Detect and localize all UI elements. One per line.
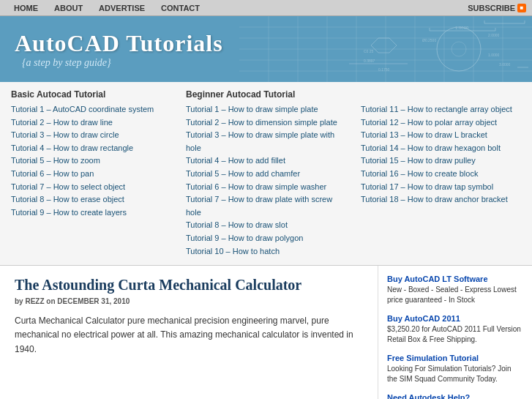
basic-tutorial-column: Basic Autocad Tutorial Tutorial 1 – Auto… — [11, 89, 171, 258]
beginner-link-6[interactable]: Tutorial 6 – How to draw simple washer — [186, 181, 346, 194]
navigation-bar: HOME ABOUT ADVERTISE CONTACT SUBSCRIBE ■ — [0, 0, 532, 16]
tutorials-section: Basic Autocad Tutorial Tutorial 1 – Auto… — [0, 82, 532, 266]
nav-item-contact[interactable]: CONTACT — [153, 1, 208, 15]
sidebar-ad-3: Free Simulation Tutorial Looking For Sim… — [387, 354, 523, 384]
svg-text:2.0000: 2.0000 — [488, 33, 500, 37]
advanced-tutorial-column: Tutorial 11 – How to rectangle array obj… — [361, 89, 521, 258]
advanced-link-6[interactable]: Tutorial 16 – How to create block — [361, 168, 521, 181]
sidebar-ad-1-desc: New - Boxed - Sealed - Express Lowest pr… — [387, 285, 523, 305]
beginner-link-9[interactable]: Tutorial 9 – How to draw polygon — [186, 232, 346, 245]
article-section: The Astounding Curta Mechanical Calculat… — [0, 266, 378, 399]
basic-link-7[interactable]: Tutorial 7 – How to select object — [11, 181, 171, 194]
svg-text:0.1750: 0.1750 — [378, 67, 390, 72]
sidebar: Buy AutoCAD LT Software New - Boxed - Se… — [378, 266, 532, 399]
sidebar-ad-2: Buy AutoCAD 2011 $3,250.20 for AutoCAD 2… — [387, 314, 523, 345]
beginner-link-4[interactable]: Tutorial 4 – How to add fillet — [186, 154, 346, 168]
basic-link-2[interactable]: Tutorial 2 – How to draw line — [11, 116, 171, 130]
blueprint-decoration: 1.0000 0.3897 0.1750 Ø0.2500 2.0000 1.00… — [239, 16, 532, 82]
svg-text:Ø0.2500: Ø0.2500 — [422, 38, 436, 42]
sidebar-ad-2-desc: $3,250.20 for AutoCAD 2011 Full Version … — [387, 324, 523, 345]
svg-marker-20 — [371, 38, 397, 53]
subscribe-link[interactable]: SUBSCRIBE ■ — [468, 4, 526, 12]
basic-tutorial-heading: Basic Autocad Tutorial — [11, 89, 171, 100]
article-body: Curta Mechanical Calculator pure mechani… — [15, 314, 363, 357]
nav-item-home[interactable]: HOME — [6, 1, 46, 15]
sidebar-ad-3-title[interactable]: Free Simulation Tutorial — [387, 354, 523, 362]
svg-text:1.0000: 1.0000 — [488, 53, 500, 57]
basic-link-5[interactable]: Tutorial 5 – How to zoom — [11, 154, 171, 168]
advanced-link-2[interactable]: Tutorial 12 – How to polar array object — [361, 116, 521, 130]
advanced-link-8[interactable]: Tutorial 18 – How to draw anchor bracket — [361, 193, 521, 206]
content-area: The Astounding Curta Mechanical Calculat… — [0, 266, 532, 399]
beginner-link-8[interactable]: Tutorial 8 – How to draw slot — [186, 219, 346, 232]
article-meta: by REZZ on DECEMBER 31, 2010 — [15, 297, 363, 305]
beginner-link-7[interactable]: Tutorial 7 – How to draw plate with scre… — [186, 193, 346, 219]
beginner-link-10[interactable]: Tutorial 10 – How to hatch — [186, 245, 346, 258]
advanced-tutorial-heading — [361, 89, 521, 100]
sidebar-ad-1: Buy AutoCAD LT Software New - Boxed - Se… — [387, 275, 523, 305]
advanced-link-5[interactable]: Tutorial 15 – How to draw pulley — [361, 154, 521, 168]
sidebar-ad-4: Need Autodesk Help? Get free expert advi… — [387, 393, 523, 399]
main-wrapper: Basic Autocad Tutorial Tutorial 1 – Auto… — [0, 82, 532, 399]
svg-text:3.0000: 3.0000 — [499, 62, 511, 67]
basic-link-1[interactable]: Tutorial 1 – AutoCAD coordinate system — [11, 103, 171, 116]
article-title: The Astounding Curta Mechanical Calculat… — [15, 277, 363, 294]
sidebar-ad-3-desc: Looking For Simulation Tutorials? Join t… — [387, 364, 523, 384]
basic-link-4[interactable]: Tutorial 4 – How to draw rectangle — [11, 142, 171, 155]
beginner-link-5[interactable]: Tutorial 5 – How to add chamfer — [186, 168, 346, 181]
beginner-link-1[interactable]: Tutorial 1 – How to draw simple plate — [186, 103, 346, 116]
beginner-tutorial-heading: Beginner Autocad Tutorial — [186, 89, 346, 100]
beginner-link-3[interactable]: Tutorial 3 – How to draw simple plate wi… — [186, 129, 346, 154]
advanced-link-4[interactable]: Tutorial 14 – How to draw hexagon bolt — [361, 142, 521, 155]
advanced-link-3[interactable]: Tutorial 13 – How to draw L bracket — [361, 129, 521, 142]
rss-icon: ■ — [517, 4, 526, 12]
svg-text:1.0000: 1.0000 — [455, 26, 469, 30]
beginner-link-2[interactable]: Tutorial 2 – How to dimension simple pla… — [186, 116, 346, 130]
svg-text:0.3897: 0.3897 — [364, 59, 375, 63]
advanced-link-1[interactable]: Tutorial 11 – How to rectangle array obj… — [361, 103, 521, 116]
svg-text:C0 25: C0 25 — [364, 49, 374, 53]
banner-title: AutoCAD Tutorials {a step by step guide} — [15, 30, 223, 69]
basic-link-9[interactable]: Tutorial 9 – How to create layers — [11, 206, 171, 220]
nav-item-about[interactable]: ABOUT — [46, 1, 91, 15]
site-banner: 1.0000 0.3897 0.1750 Ø0.2500 2.0000 1.00… — [0, 16, 532, 82]
sidebar-ad-2-title[interactable]: Buy AutoCAD 2011 — [387, 314, 523, 323]
sidebar-ad-1-title[interactable]: Buy AutoCAD LT Software — [387, 275, 523, 283]
basic-link-8[interactable]: Tutorial 8 – How to erase object — [11, 193, 171, 206]
nav-item-advertise[interactable]: ADVERTISE — [91, 1, 153, 15]
beginner-tutorial-column: Beginner Autocad Tutorial Tutorial 1 – H… — [186, 89, 346, 258]
advanced-link-7[interactable]: Tutorial 17 – How to draw tap symbol — [361, 181, 521, 194]
basic-link-3[interactable]: Tutorial 3 – How to draw circle — [11, 129, 171, 142]
sidebar-ad-4-title[interactable]: Need Autodesk Help? — [387, 393, 523, 399]
basic-link-6[interactable]: Tutorial 6 – How to pan — [11, 168, 171, 181]
